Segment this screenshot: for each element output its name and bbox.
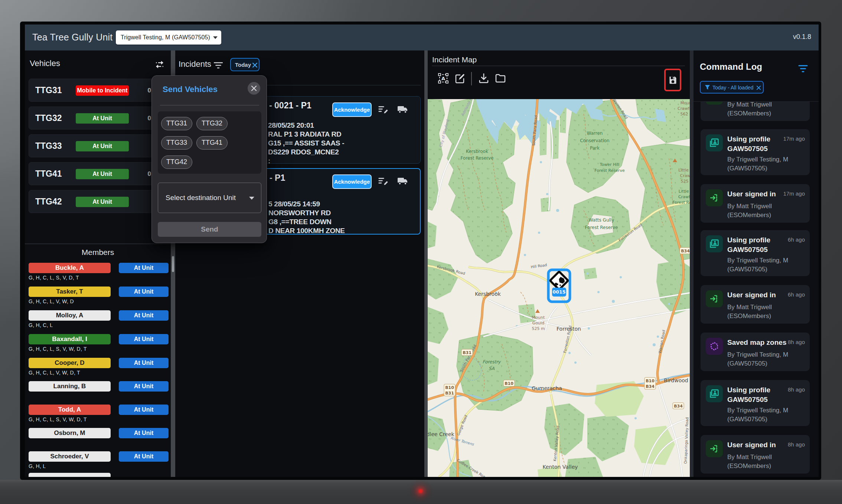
download-icon[interactable] xyxy=(478,73,489,84)
command-log-panel: Command Log Today - All loaded User sign… xyxy=(693,50,819,477)
panel-divider xyxy=(690,50,693,477)
vehicle-chip[interactable]: TTG32 xyxy=(196,117,228,130)
log-by-line: (ESOMembers) xyxy=(727,312,771,320)
log-entry[interactable]: User signed in 17m ago By Matt Trigwell(… xyxy=(701,184,810,223)
map-label: Crawford xyxy=(678,194,690,199)
log-entry-by: By Matt Trigwell(ESOMembers) xyxy=(727,303,803,321)
member-status-button[interactable]: At Unit xyxy=(119,428,169,438)
log-by-line: (ESOMembers) xyxy=(727,462,771,469)
log-entry[interactable]: Saved map zones 8h ago By Trigwell Testi… xyxy=(701,333,810,371)
vehicle-status-badge: At Unit xyxy=(76,197,129,207)
close-icon[interactable] xyxy=(252,62,258,68)
vehicle-count: 0 xyxy=(144,115,151,122)
modal-close-button[interactable] xyxy=(248,82,260,95)
panel-splitter[interactable] xyxy=(424,50,428,477)
vehicle-row[interactable]: TTG41 At Unit 0 xyxy=(29,162,169,185)
folder-icon[interactable] xyxy=(495,73,506,84)
log-entry-title: Using profileGAW507505 xyxy=(727,385,796,405)
save-icon[interactable] xyxy=(668,75,678,85)
member-qualifications: G, H, C, L, S, V, D, T xyxy=(29,275,79,281)
member-name-chip[interactable]: Schroeder, V xyxy=(29,451,111,462)
member-name-chip[interactable]: Cooper, D xyxy=(29,358,111,368)
save-highlight-box xyxy=(664,69,681,91)
send-vehicles-icon[interactable] xyxy=(155,60,164,69)
member-name-chip[interactable]: Molloy, A xyxy=(29,310,111,321)
incident-title: - P1 xyxy=(270,173,285,183)
truck-icon[interactable] xyxy=(397,176,408,186)
member-status-button[interactable]: At Unit xyxy=(119,334,169,344)
vehicle-row[interactable]: TTG33 At Unit xyxy=(29,134,169,157)
edit-icon[interactable] xyxy=(454,73,466,84)
member-status-button[interactable]: At Unit xyxy=(119,287,169,297)
member-status-button[interactable]: At Unit xyxy=(119,358,169,368)
log-entry[interactable]: Using profileGAW507505 6h ago By Trigwel… xyxy=(701,230,810,276)
edit-note-icon[interactable] xyxy=(378,104,389,115)
log-entry-by: By Trigwell Testing, M(GAW507505) xyxy=(727,256,803,274)
log-entry-time: 8h ago xyxy=(788,339,805,345)
member-name-chip[interactable]: Lanning, B xyxy=(29,381,111,392)
map-canvas[interactable]: City of Playford Adelaide Hills Council … xyxy=(428,99,690,477)
member-status-button[interactable]: At Unit xyxy=(119,310,169,321)
map-label: Little Mt. xyxy=(679,189,690,194)
panel-divider xyxy=(25,243,171,244)
close-icon[interactable] xyxy=(756,85,761,90)
member-name-chip[interactable]: Baxandall, I xyxy=(29,334,111,344)
map-label: Forest Reserve xyxy=(585,225,618,230)
member-status-button[interactable]: At Unit xyxy=(119,381,169,392)
log-entry-time: 17m ago xyxy=(783,135,805,142)
map-label: B31 xyxy=(445,391,454,396)
member-name-chip[interactable]: Tasker, T xyxy=(29,287,111,297)
member-name-chip-partial[interactable] xyxy=(29,473,111,477)
log-entry[interactable]: User signed in 6h ago By Matt Trigwell(E… xyxy=(701,285,810,324)
log-entry-time: 6h ago xyxy=(788,236,805,243)
vehicle-row[interactable]: TTG31 Mobile to Incident 0 xyxy=(29,79,169,102)
vehicle-chip[interactable]: TTG31 xyxy=(161,117,192,130)
vehicle-row[interactable]: TTG42 At Unit xyxy=(29,190,169,213)
incident-detail-line: DS229 RDOS_MCNE2 xyxy=(268,148,339,156)
map-label: Crawford xyxy=(678,106,690,111)
map-label: Birdwood xyxy=(664,377,688,383)
vehicle-chip[interactable]: TTG41 xyxy=(196,136,228,150)
log-entry[interactable]: Using profileGAW507505 17m ago By Trigwe… xyxy=(701,129,810,175)
incident-detail-line: 5 28/05/25 14:59 xyxy=(268,200,320,208)
select-area-icon[interactable]: A xyxy=(438,73,449,84)
log-entry-title: User signed in xyxy=(727,440,796,450)
edit-note-icon[interactable] xyxy=(378,176,389,187)
log-entry[interactable]: Using profileGAW507505 8h ago By Trigwel… xyxy=(701,380,810,426)
acknowledge-button[interactable]: Acknowledge xyxy=(332,102,372,117)
app-window: Tea Tree Gully Unit Trigwell Testing, M … xyxy=(25,24,819,477)
log-by-line: (GAW507505) xyxy=(727,360,767,367)
filter-icon[interactable] xyxy=(798,65,808,73)
vehicle-chip[interactable]: TTG33 xyxy=(161,136,192,150)
scrollbar-thumb[interactable] xyxy=(172,256,174,272)
map-label: Forestry xyxy=(483,359,502,364)
member-name-chip[interactable]: Todd, A xyxy=(29,405,111,415)
filter-icon[interactable] xyxy=(214,62,223,69)
log-by-line: By Trigwell Testing, M xyxy=(727,407,788,414)
command-log-filter-chip[interactable]: Today - All loaded xyxy=(700,81,764,94)
member-status-button[interactable]: At Unit xyxy=(119,451,169,462)
acknowledge-button[interactable]: Acknowledge xyxy=(332,174,372,189)
vehicle-chip[interactable]: TTG42 xyxy=(161,156,192,169)
map-label: Tower Hill xyxy=(600,162,620,167)
send-button[interactable]: Send xyxy=(158,222,261,237)
command-log-list[interactable]: User signed in By Matt Trigwell(ESOMembe… xyxy=(693,101,819,477)
profile-selector[interactable]: Trigwell Testing, M (GAW507505) xyxy=(116,30,221,45)
truck-icon[interactable] xyxy=(397,104,408,115)
log-entry[interactable]: User signed in By Matt Trigwell(ESOMembe… xyxy=(701,101,810,121)
destination-unit-select[interactable]: Select destination Unit xyxy=(158,183,261,213)
vehicle-status-badge: At Unit xyxy=(76,169,129,179)
command-log-title: Command Log xyxy=(700,62,762,72)
member-status-button[interactable]: At Unit xyxy=(119,405,169,415)
log-by-line: (GAW507505) xyxy=(727,165,767,172)
member-name-chip[interactable]: Osborn, M xyxy=(29,428,111,438)
log-by-line: (ESOMembers) xyxy=(727,110,771,117)
profile-icon xyxy=(706,134,723,151)
log-title-line: Using profile xyxy=(727,386,770,394)
profile-icon xyxy=(706,235,723,252)
member-name-chip[interactable]: Buckle, A xyxy=(29,263,111,273)
log-entry[interactable]: User signed in 8h ago By Matt Trigwell(E… xyxy=(701,435,810,474)
incidents-filter-chip[interactable]: Today xyxy=(230,58,260,71)
member-status-button[interactable]: At Unit xyxy=(119,263,169,273)
vehicle-row[interactable]: TTG32 At Unit 0 xyxy=(29,107,169,130)
